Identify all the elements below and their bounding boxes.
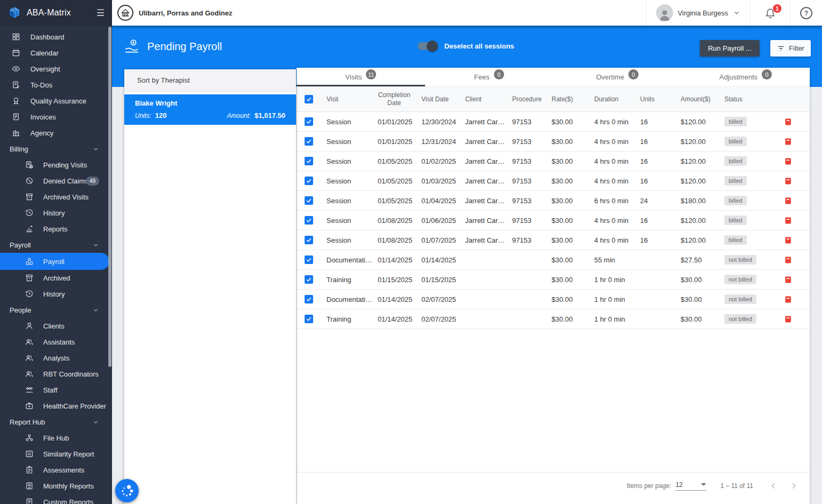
row-checkbox[interactable] — [305, 255, 313, 264]
sidebar-item-denied-claims[interactable]: Denied Claims49 — [0, 173, 112, 189]
cell-completion-date: 01/01/2025 — [372, 118, 416, 126]
similarity-icon — [25, 450, 34, 458]
cell-visit-date: 01/04/2025 — [416, 197, 460, 205]
items-per-page-select[interactable]: 12 — [675, 481, 706, 491]
sidebar-item-clients[interactable]: Clients — [0, 318, 112, 334]
row-checkbox[interactable] — [305, 137, 313, 146]
tab-visits[interactable]: Visits11 — [297, 68, 425, 86]
delete-row-button[interactable] — [784, 196, 793, 205]
hamburger-menu-icon[interactable]: ☰ — [97, 7, 105, 19]
row-checkbox[interactable] — [305, 117, 313, 126]
archive-icon — [25, 274, 34, 282]
cell-units: 16 — [635, 118, 675, 126]
sidebar-scrollbar[interactable] — [108, 27, 111, 367]
sidebar-item-oversight[interactable]: Oversight — [0, 61, 112, 77]
organization-logo-icon — [117, 5, 133, 21]
cell-visit-date: 01/02/2025 — [416, 157, 460, 165]
filter-icon — [777, 44, 785, 53]
sidebar-item-calendar[interactable]: Calendar — [0, 45, 112, 61]
sidebar-item-label: Monthly Reports — [43, 482, 94, 490]
sidebar-item-label: History — [43, 290, 65, 298]
delete-row-button[interactable] — [784, 137, 793, 146]
row-checkbox[interactable] — [305, 236, 313, 244]
delete-row-button[interactable] — [784, 275, 793, 284]
row-checkbox[interactable] — [305, 315, 313, 323]
delete-row-button[interactable] — [784, 255, 793, 265]
delete-row-button[interactable] — [784, 315, 793, 324]
sidebar-item-invoices[interactable]: Invoices — [0, 109, 112, 125]
medkit-icon — [25, 402, 34, 410]
tab-fees[interactable]: Fees0 — [425, 68, 554, 86]
sidebar-item-monthly-reports[interactable]: Monthly Reports — [0, 478, 112, 494]
sidebar-item-pending-visits[interactable]: Pending Visits — [0, 157, 112, 173]
cell-amount: $30.00 — [675, 295, 719, 303]
sidebar-item-label: RBT Coordinators — [43, 370, 99, 378]
sidebar-section-people[interactable]: People — [0, 302, 112, 318]
sort-by-therapist-header: Sort by Therapist — [124, 69, 296, 92]
app-logo-cube-icon — [7, 6, 21, 20]
sidebar-item-staff[interactable]: Staff — [0, 382, 112, 398]
delete-row-button[interactable] — [784, 177, 793, 186]
row-checkbox[interactable] — [305, 275, 313, 284]
sidebar-item-agency[interactable]: Agency — [0, 125, 112, 141]
organization-name: Ulibarri, Porras and Godinez — [139, 9, 233, 17]
sidebar-item-rbt-coordinators[interactable]: RBT Coordinators — [0, 366, 112, 382]
sidebar-item-analysts[interactable]: Analysts — [0, 350, 112, 366]
deselect-all-toggle[interactable] — [418, 42, 437, 50]
sidebar-item-similarity-report[interactable]: Similarity Report — [0, 446, 112, 462]
filter-button[interactable]: Filter — [770, 40, 811, 57]
cell-amount: $30.00 — [675, 315, 719, 323]
therapist-units: Units:120 — [135, 111, 166, 119]
run-payroll-button[interactable]: Run Payroll ... — [700, 40, 760, 57]
status-badge: billed — [724, 117, 747, 126]
tab-overtime[interactable]: Overtime0 — [553, 68, 682, 86]
trash-icon — [784, 157, 793, 166]
widget-fab-button[interactable] — [115, 479, 139, 502]
sidebar-section-report-hub[interactable]: Report Hub — [0, 414, 112, 430]
delete-row-button[interactable] — [784, 157, 793, 166]
delete-row-button[interactable] — [784, 236, 793, 245]
previous-page-button[interactable] — [767, 479, 780, 492]
row-checkbox[interactable] — [305, 216, 313, 225]
sidebar-item-assistants[interactable]: Assistants — [0, 334, 112, 350]
sidebar-item-label: Custom Reports — [43, 498, 93, 504]
select-caret-icon — [701, 483, 706, 486]
delete-row-button[interactable] — [784, 295, 793, 304]
sidebar-item-history[interactable]: History — [0, 205, 112, 221]
sidebar-item-payroll[interactable]: Payroll — [0, 253, 109, 270]
sidebar-section-billing[interactable]: Billing — [0, 141, 112, 157]
cell-duration: 4 hrs 0 min — [589, 118, 635, 126]
row-checkbox[interactable] — [305, 177, 313, 185]
cell-duration: 1 hr 0 min — [589, 276, 635, 284]
sidebar-item-history[interactable]: History — [0, 286, 112, 302]
person-icon — [25, 322, 34, 330]
sidebar-item-archived-visits[interactable]: Archived Visits — [0, 189, 112, 205]
sidebar-item-label: Calendar — [30, 49, 59, 57]
row-checkbox[interactable] — [305, 196, 313, 205]
row-checkbox[interactable] — [305, 157, 313, 165]
sidebar-item-quality-assurance[interactable]: Quality Assurance — [0, 93, 112, 109]
sidebar-item-healthcare-provider[interactable]: HealthCare Provider — [0, 398, 112, 414]
sidebar-item-archived[interactable]: Archived — [0, 270, 112, 286]
next-page-button[interactable] — [787, 479, 800, 492]
tab-adjustments[interactable]: Adjustments0 — [682, 68, 810, 86]
cell-completion-date: 01/14/2025 — [372, 295, 416, 303]
delete-row-button[interactable] — [784, 117, 793, 126]
help-button[interactable]: ? — [791, 7, 822, 19]
column-header-amount: Amount($) — [675, 95, 719, 103]
sidebar-item-label: Pending Visits — [43, 161, 87, 169]
select-all-checkbox[interactable] — [305, 95, 313, 103]
sidebar-item-dashboard[interactable]: Dashboard — [0, 29, 112, 45]
sidebar-item-assessments[interactable]: Assessments — [0, 462, 112, 478]
therapist-card[interactable]: Blake Wright Units:120 Amount:$1,017.50 — [124, 94, 296, 125]
sidebar-item-file-hub[interactable]: File Hub — [0, 430, 112, 446]
delete-row-button[interactable] — [784, 216, 793, 225]
sidebar-item-custom-reports[interactable]: Custom Reports — [0, 494, 112, 504]
sidebar-item-to-dos[interactable]: To-Dos — [0, 77, 112, 93]
row-checkbox[interactable] — [305, 295, 313, 303]
notifications-button[interactable]: 1 — [751, 0, 790, 26]
cell-units: 16 — [635, 236, 675, 244]
sidebar-section-payroll[interactable]: Payroll — [0, 237, 112, 253]
sidebar-item-reports[interactable]: Reports — [0, 221, 112, 237]
user-menu[interactable]: Virginia Burgess — [647, 0, 750, 26]
